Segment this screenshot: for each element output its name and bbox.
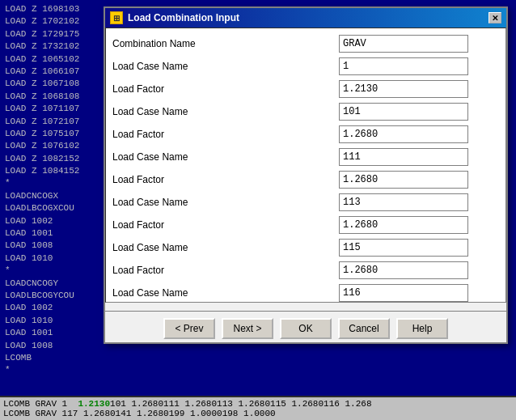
load-case-name-input-6[interactable] [339,284,468,302]
load-factor-label-2: Load Factor [112,129,339,140]
dialog-titlebar-left: ⊞ Load Combination Input [110,11,239,24]
load-case-name-input-5[interactable] [339,239,468,257]
combination-name-input[interactable] [339,35,468,53]
load-case-name-row-1: Load Case Name [112,57,499,75]
load-combination-dialog: ⊞ Load Combination Input ✕ Combination N… [104,6,508,344]
load-case-name-row-6: Load Case Name [112,284,499,302]
cancel-button[interactable]: Cancel [338,318,390,339]
dialog-close-button[interactable]: ✕ [489,12,501,23]
load-case-name-input-4[interactable] [339,193,468,211]
load-case-name-row-5: Load Case Name [112,239,499,257]
load-case-name-label-4: Load Case Name [112,197,339,208]
terminal-bottom-bar: LCOMB GRAV 1 1.2130101 1.2680111 1.26801… [0,396,516,420]
load-case-name-label-3: Load Case Name [112,151,339,163]
terminal-line: * [5,364,511,376]
load-factor-input-3[interactable] [339,171,468,189]
load-case-name-input-3[interactable] [339,148,468,166]
load-factor-row-1: Load Factor [112,80,499,98]
load-case-name-label-6: Load Case Name [112,287,339,299]
dialog-scrollable-content[interactable]: Combination Name Load Case Name Load Fac… [105,28,506,303]
load-factor-row-3: Load Factor [112,171,499,189]
load-case-name-label-2: Load Case Name [112,106,339,117]
next-button[interactable]: Next > [222,318,273,339]
load-factor-row-4: Load Factor [112,216,499,234]
load-factor-label-5: Load Factor [112,265,339,276]
combination-name-label: Combination Name [112,38,339,49]
load-factor-input-1[interactable] [339,80,468,98]
load-case-name-row-2: Load Case Name [112,103,499,121]
dialog-app-icon: ⊞ [110,11,123,24]
prev-button[interactable]: < Prev [163,318,215,339]
load-factor-row-2: Load Factor [112,125,499,143]
load-factor-input-4[interactable] [339,216,468,234]
load-factor-label-3: Load Factor [112,174,339,185]
load-case-name-label-5: Load Case Name [112,242,339,253]
load-case-name-row-4: Load Case Name [112,193,499,211]
load-factor-input-5[interactable] [339,261,468,279]
load-factor-label-4: Load Factor [112,219,339,231]
dialog-titlebar: ⊞ Load Combination Input ✕ [105,8,506,28]
dialog-button-row: < Prev Next > OK Cancel Help [105,311,506,342]
combination-name-row: Combination Name [112,35,499,53]
load-case-name-input-2[interactable] [339,103,468,121]
load-factor-input-2[interactable] [339,125,468,143]
load-case-name-label-1: Load Case Name [112,61,339,72]
terminal-line: LCOMB [5,352,511,364]
load-factor-row-5: Load Factor [112,261,499,279]
terminal-bottom-line-1: LCOMB GRAV 1 1.2130101 1.2680111 1.26801… [3,399,513,409]
load-case-name-input-1[interactable] [339,57,468,75]
help-button[interactable]: Help [396,318,448,339]
highlighted-value: 1.2130 [78,399,110,409]
dialog-title: Load Combination Input [128,12,239,23]
load-case-name-row-3: Load Case Name [112,148,499,166]
terminal-bottom-line-2: LCOMB GRAV 117 1.2680141 1.2680199 1.000… [3,409,513,418]
load-factor-label-1: Load Factor [112,83,339,95]
ok-button[interactable]: OK [280,318,332,339]
